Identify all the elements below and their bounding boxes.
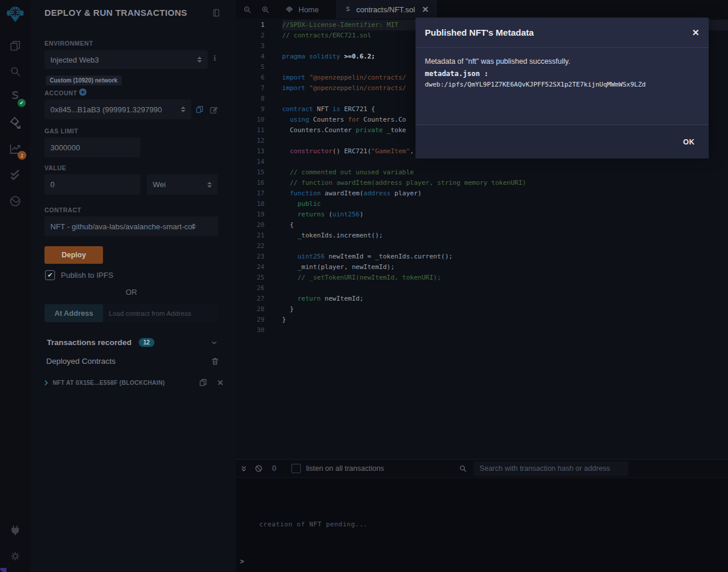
listen-transactions-label: listen on all transactions [306, 464, 384, 473]
remove-contract-icon[interactable]: ✕ [217, 378, 224, 387]
code-line: 15 // commented out unused variable [236, 167, 728, 178]
modal-message: Metadata of "nft" was published successf… [425, 57, 699, 66]
terminal-search-input[interactable]: Search with transaction hash or address [473, 461, 629, 476]
code-line: 18 public [236, 199, 728, 209]
terminal-log-line: creation of NFT pending... [259, 521, 368, 528]
documentation-icon[interactable] [212, 8, 221, 18]
code-text: } [282, 304, 728, 315]
code-line: 21 _tokenIds.increment(); [236, 230, 728, 241]
code-line: 29} [236, 315, 728, 325]
code-text [282, 325, 728, 336]
terminal: 0 listen on all transactions Search with… [236, 459, 728, 572]
zoom-in-icon[interactable] [261, 5, 270, 14]
code-text: function awardItem(address player) [282, 188, 728, 199]
create-account-icon[interactable] [78, 88, 87, 97]
line-number: 1 [236, 20, 265, 30]
code-line: 20 { [236, 220, 728, 230]
contract-label: CONTRACT [44, 206, 81, 213]
line-number: 15 [236, 167, 265, 178]
sign-message-icon[interactable] [209, 105, 218, 115]
code-text [282, 241, 728, 251]
at-address-button[interactable]: At Address [44, 304, 103, 322]
search-icon[interactable] [0, 66, 30, 77]
tab-contracts-nft-sol[interactable]: contracts/NFT.sol ✕ [336, 0, 437, 19]
line-number: 7 [236, 83, 265, 94]
code-text: uint256 newItemId = _tokenIds.current(); [282, 251, 728, 262]
contract-select[interactable]: NFT - github/ava-labs/avalanche-smart-co… [44, 216, 218, 236]
clear-console-icon[interactable] [255, 464, 263, 473]
line-number: 4 [236, 51, 265, 62]
line-number: 24 [236, 262, 265, 273]
select-stepper-icon [191, 223, 196, 229]
remix-ide-app: ✔ 1 [0, 0, 728, 572]
line-number: 14 [236, 157, 265, 167]
transactions-count-badge: 12 [139, 338, 154, 347]
line-number: 6 [236, 73, 265, 83]
settings-icon[interactable] [0, 550, 30, 562]
published-metadata-modal: Published NFT's Metadata ✕ Metadata of "… [415, 18, 709, 149]
code-text: // _setTokenURI(newItemId, tokenURI); [282, 273, 728, 283]
line-number: 12 [236, 136, 265, 146]
copy-account-icon[interactable] [195, 105, 204, 114]
line-number: 20 [236, 220, 265, 230]
modal-title: Published NFT's Metadata [425, 27, 534, 37]
line-number: 5 [236, 62, 265, 73]
code-text: } [282, 315, 728, 325]
terminal-output[interactable]: creation of NFT pending... > [236, 478, 728, 572]
select-stepper-icon [197, 57, 202, 63]
value-label: VALUE [44, 164, 66, 171]
network-badge: Custom (10920) network [46, 74, 122, 85]
line-number: 2 [236, 30, 265, 41]
zoom-out-icon[interactable] [243, 5, 252, 14]
terminal-collapse-icon[interactable] [240, 465, 248, 473]
solidity-file-icon [344, 6, 352, 13]
clear-deployed-trash-icon[interactable] [211, 357, 219, 366]
environment-select[interactable]: Injected Web3 [44, 50, 208, 69]
file-explorer-icon[interactable] [0, 39, 30, 52]
statistics-icon[interactable]: 1 [0, 142, 30, 156]
modal-ok-button[interactable]: OK [683, 138, 695, 146]
deployed-contracts-label: Deployed Contracts [46, 357, 116, 366]
terminal-search-icon [459, 464, 467, 473]
line-number: 30 [236, 325, 265, 336]
line-number: 27 [236, 294, 265, 304]
value-unit-select[interactable]: Wei [147, 174, 218, 195]
modal-body: Metadata of "nft" was published successf… [415, 48, 709, 125]
environment-info-icon[interactable]: i [214, 54, 216, 63]
gas-limit-label: GAS LIMIT [44, 128, 78, 135]
code-text: _tokenIds.increment(); [282, 230, 728, 241]
publish-ipfs-label: Publish to IPFS [61, 271, 114, 280]
remix-logo [0, 4, 30, 25]
code-line: 25 // _setTokenURI(newItemId, tokenURI); [236, 273, 728, 283]
plugin-manager-icon[interactable] [0, 524, 30, 537]
deploy-button[interactable]: Deploy [44, 246, 103, 264]
unit-testing-icon[interactable] [0, 168, 30, 182]
gas-limit-input[interactable]: 3000000 [44, 137, 140, 157]
deployed-item-label[interactable]: NFT AT 0X15E...E558F (BLOCKCHAIN) [53, 380, 165, 386]
tab-home[interactable]: Home [278, 0, 326, 19]
modal-close-icon[interactable]: ✕ [692, 28, 699, 37]
value-input[interactable]: 0 [44, 174, 140, 195]
code-text: { [282, 220, 728, 230]
publish-ipfs-checkbox[interactable]: ✔ [45, 270, 55, 280]
close-tab-icon[interactable]: ✕ [422, 5, 429, 14]
line-number: 9 [236, 104, 265, 115]
deploy-run-panel: DEPLOY & RUN TRANSACTIONS ENVIRONMENT In… [30, 0, 236, 572]
deploy-run-icon[interactable] [0, 116, 30, 130]
deployed-item-expand-icon[interactable] [42, 379, 50, 387]
or-separator: OR [30, 288, 232, 297]
code-line: 28 } [236, 304, 728, 315]
copy-contract-icon[interactable] [198, 378, 208, 387]
transactions-recorded-label: Transactions recorded [47, 338, 132, 347]
line-number: 11 [236, 125, 265, 136]
listen-transactions-checkbox[interactable] [291, 464, 301, 473]
at-address-input[interactable]: Load contract from Address [103, 304, 218, 322]
debugger-icon[interactable] [0, 195, 30, 208]
solidity-compiler-icon[interactable]: ✔ [0, 89, 30, 104]
panel-title: DEPLOY & RUN TRANSACTIONS [44, 8, 187, 18]
statistics-badge: 1 [18, 151, 26, 160]
code-line: 30 [236, 325, 728, 336]
account-select[interactable]: 0x845...B1aB3 (999991.3297990 [44, 99, 191, 119]
select-stepper-icon [181, 106, 186, 112]
transactions-chevron-down-icon[interactable] [210, 339, 218, 347]
